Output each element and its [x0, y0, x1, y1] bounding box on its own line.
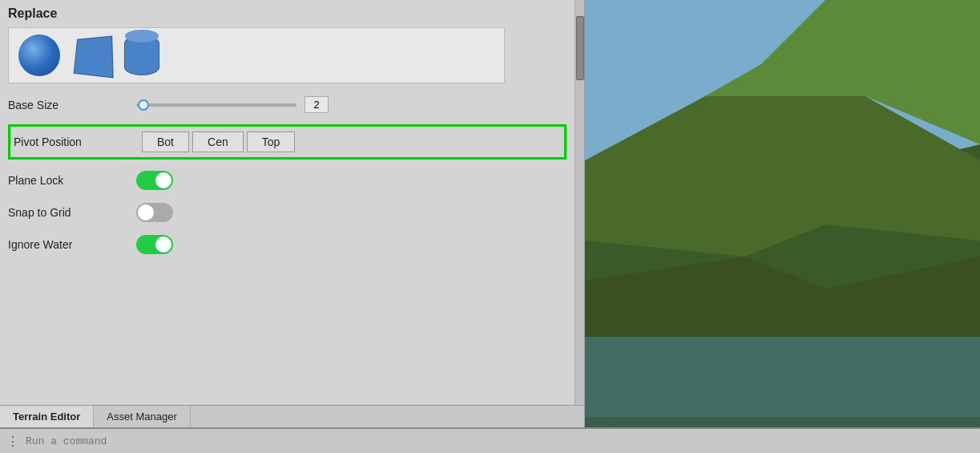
ignore-water-label: Ignore Water: [8, 238, 136, 251]
ignore-water-toggle[interactable]: [136, 235, 173, 254]
ignore-water-row: Ignore Water: [8, 233, 567, 256]
pivot-position-row: Pivot Position Bot Cen Top: [8, 124, 567, 160]
plane-lock-row: Plane Lock: [8, 169, 567, 192]
command-input[interactable]: [26, 435, 974, 447]
section-title: Replace: [8, 6, 567, 21]
panel-content: Replace Base Size 2: [0, 0, 575, 405]
pivot-buttons-group: Bot Cen Top: [142, 131, 295, 152]
pivot-position-label: Pivot Position: [14, 135, 142, 148]
command-bar: ⋮: [0, 427, 980, 453]
shape-cube-icon[interactable]: [74, 35, 114, 78]
shape-sphere-icon[interactable]: [18, 34, 60, 76]
scrollbar[interactable]: [575, 0, 584, 405]
base-size-slider-track[interactable]: [136, 103, 296, 107]
pivot-top-button[interactable]: Top: [247, 131, 296, 152]
pivot-cen-button[interactable]: Cen: [192, 131, 244, 152]
snap-to-grid-row: Snap to Grid: [8, 201, 567, 224]
base-size-label: Base Size: [8, 99, 136, 111]
base-size-slider-thumb[interactable]: [138, 99, 149, 111]
plane-lock-toggle[interactable]: [136, 171, 173, 190]
snap-to-grid-label: Snap to Grid: [8, 206, 136, 219]
right-panel: [585, 0, 980, 427]
left-panel: Replace Base Size 2: [0, 0, 585, 427]
scene-view: [585, 0, 980, 427]
snap-to-grid-toggle[interactable]: [136, 203, 173, 222]
ignore-water-knob: [155, 237, 171, 253]
plane-lock-label: Plane Lock: [8, 174, 136, 187]
shapes-row: [8, 27, 505, 83]
scroll-thumb[interactable]: [576, 16, 584, 80]
tab-terrain-editor[interactable]: Terrain Editor: [0, 406, 94, 427]
main-container: Replace Base Size 2: [0, 0, 980, 427]
panel-with-scroll: Replace Base Size 2: [0, 0, 584, 405]
plane-lock-knob: [155, 172, 171, 188]
tab-asset-manager[interactable]: Asset Manager: [94, 406, 190, 427]
base-size-value: 2: [304, 96, 329, 113]
base-size-row: Base Size 2: [8, 95, 567, 115]
bottom-tabs: Terrain Editor Asset Manager: [0, 405, 584, 427]
shape-cylinder-icon[interactable]: [124, 35, 159, 75]
pivot-bot-button[interactable]: Bot: [142, 131, 189, 152]
base-size-slider-container: 2: [136, 96, 567, 113]
command-menu-icon: ⋮: [6, 434, 19, 449]
terrain-svg: [585, 0, 980, 417]
snap-to-grid-knob: [138, 204, 154, 220]
